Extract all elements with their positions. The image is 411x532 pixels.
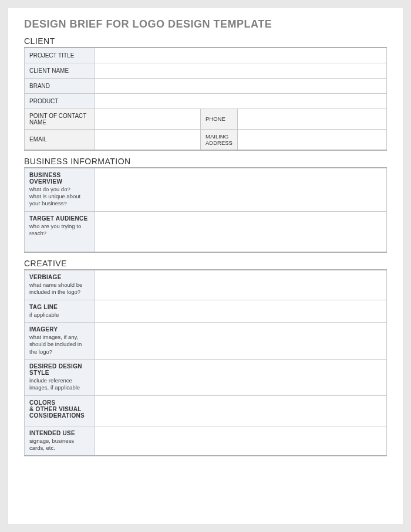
row-project-title: PROJECT TITLE bbox=[25, 48, 387, 63]
document-title: DESIGN BRIEF FOR LOGO DESIGN TEMPLATE bbox=[24, 18, 387, 31]
field-verbiage[interactable] bbox=[95, 270, 387, 300]
row-style: DESIRED DESIGN STYLE include reference i… bbox=[25, 360, 387, 396]
row-imagery: IMAGERY what images, if any, should be i… bbox=[25, 323, 387, 360]
label-colors: COLORS & OTHER VISUAL CONSIDERATIONS bbox=[25, 395, 95, 426]
label-poc: POINT OF CONTACT NAME bbox=[25, 109, 95, 129]
row-intended-use: INTENDED USE signage, business cards, et… bbox=[25, 426, 387, 456]
row-verbiage: VERBIAGE what name should be included in… bbox=[25, 270, 387, 300]
row-contact: POINT OF CONTACT NAME PHONE bbox=[25, 109, 387, 129]
label-email: EMAIL bbox=[25, 129, 95, 150]
field-imagery[interactable] bbox=[95, 323, 387, 360]
field-colors[interactable] bbox=[95, 395, 387, 426]
field-product[interactable] bbox=[95, 93, 387, 109]
label-business-overview: BUSINESS OVERVIEW what do you do? what i… bbox=[25, 168, 95, 212]
row-tagline: TAG LINE if applicable bbox=[25, 300, 387, 322]
row-brand: BRAND bbox=[25, 78, 387, 93]
field-target-audience[interactable] bbox=[95, 211, 387, 252]
row-business-overview: BUSINESS OVERVIEW what do you do? what i… bbox=[25, 168, 387, 212]
row-product: PRODUCT bbox=[25, 93, 387, 109]
row-target-audience: TARGET AUDIENCE who are you trying to re… bbox=[25, 211, 387, 252]
label-verbiage: VERBIAGE what name should be included in… bbox=[25, 270, 95, 300]
label-imagery: IMAGERY what images, if any, should be i… bbox=[25, 323, 95, 360]
section-heading-business: BUSINESS INFORMATION bbox=[24, 157, 387, 166]
field-email[interactable] bbox=[95, 129, 201, 150]
field-project-title[interactable] bbox=[95, 48, 387, 63]
row-email: EMAIL MAILING ADDRESS bbox=[25, 129, 387, 150]
section-heading-client: CLIENT bbox=[24, 36, 387, 46]
label-phone: PHONE bbox=[201, 109, 238, 129]
field-brand[interactable] bbox=[95, 78, 387, 93]
field-client-name[interactable] bbox=[95, 63, 387, 78]
label-intended-use: INTENDED USE signage, business cards, et… bbox=[25, 426, 95, 456]
section-heading-creative: CREATIVE bbox=[24, 259, 387, 268]
row-colors: COLORS & OTHER VISUAL CONSIDERATIONS bbox=[25, 395, 387, 426]
label-brand: BRAND bbox=[25, 78, 95, 93]
field-phone[interactable] bbox=[237, 109, 386, 129]
field-poc[interactable] bbox=[95, 109, 201, 129]
client-table: PROJECT TITLE CLIENT NAME BRAND PRODUCT … bbox=[24, 47, 387, 151]
field-tagline[interactable] bbox=[95, 300, 387, 322]
field-business-overview[interactable] bbox=[95, 168, 387, 212]
creative-table: VERBIAGE what name should be included in… bbox=[24, 269, 387, 456]
row-client-name: CLIENT NAME bbox=[25, 63, 387, 78]
label-target-audience: TARGET AUDIENCE who are you trying to re… bbox=[25, 211, 95, 252]
label-product: PRODUCT bbox=[25, 93, 95, 109]
label-mailing: MAILING ADDRESS bbox=[201, 129, 238, 150]
label-client-name: CLIENT NAME bbox=[25, 63, 95, 78]
label-project-title: PROJECT TITLE bbox=[25, 48, 95, 63]
label-style: DESIRED DESIGN STYLE include reference i… bbox=[25, 360, 95, 396]
business-table: BUSINESS OVERVIEW what do you do? what i… bbox=[24, 167, 387, 253]
document-page: DESIGN BRIEF FOR LOGO DESIGN TEMPLATE CL… bbox=[7, 7, 404, 525]
field-style[interactable] bbox=[95, 360, 387, 396]
field-mailing[interactable] bbox=[237, 129, 386, 150]
field-intended-use[interactable] bbox=[95, 426, 387, 456]
label-tagline: TAG LINE if applicable bbox=[25, 300, 95, 322]
